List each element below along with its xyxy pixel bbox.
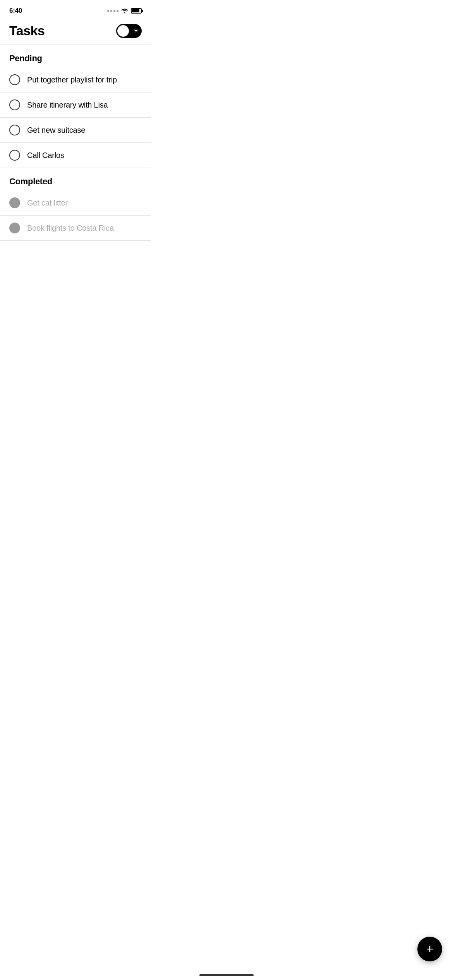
list-item[interactable]: Put together playlist for trip [0,67,151,93]
completed-section-title: Completed [9,176,52,186]
list-item[interactable]: Get cat litter [0,190,151,216]
toggle-knob [117,25,129,37]
list-item[interactable]: Share itinerary with Lisa [0,93,151,118]
status-time: 6:40 [9,7,22,15]
task-checkbox[interactable] [9,99,20,110]
task-label: Book flights to Costa Rica [27,224,114,233]
pending-section-title: Pending [9,53,42,63]
list-item[interactable]: Book flights to Costa Rica [0,216,151,241]
list-item[interactable]: Get new suitcase [0,118,151,143]
task-label: Get cat litter [27,199,68,207]
task-checkbox[interactable] [9,150,20,161]
status-icons [107,8,142,14]
header: Tasks ☀ [0,19,151,45]
task-checkbox[interactable] [9,74,20,85]
task-label: Share itinerary with Lisa [27,101,108,110]
task-checkbox-completed[interactable] [9,223,20,233]
wifi-icon [121,8,128,14]
page-title: Tasks [9,23,45,38]
sun-icon: ☀ [133,28,139,34]
battery-icon [131,8,142,14]
theme-toggle[interactable]: ☀ [116,24,142,38]
signal-icon [107,10,118,12]
list-item[interactable]: Call Carlos [0,143,151,168]
task-label: Put together playlist for trip [27,75,117,84]
task-checkbox[interactable] [9,125,20,135]
completed-section-header: Completed [0,168,151,190]
task-label: Get new suitcase [27,126,85,135]
task-label: Call Carlos [27,151,64,160]
status-bar: 6:40 [0,0,151,19]
task-checkbox-completed[interactable] [9,197,20,208]
pending-section-header: Pending [0,45,151,67]
